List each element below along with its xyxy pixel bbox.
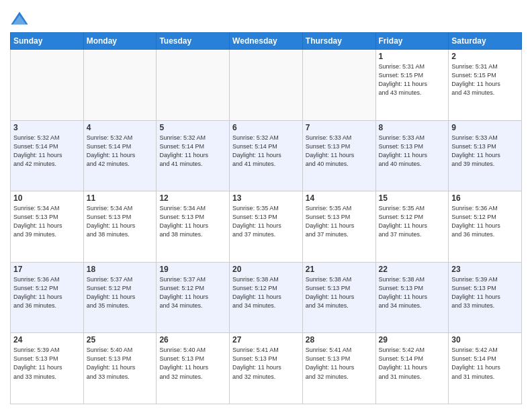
day-cell: 26Sunrise: 5:40 AM Sunset: 5:13 PM Dayli… [157, 333, 230, 404]
day-cell: 12Sunrise: 5:34 AM Sunset: 5:13 PM Dayli… [157, 191, 230, 263]
day-cell: 5Sunrise: 5:32 AM Sunset: 5:14 PM Daylig… [157, 120, 230, 191]
weekday-header-row: SundayMondayTuesdayWednesdayThursdayFrid… [11, 33, 522, 50]
day-info: Sunrise: 5:32 AM Sunset: 5:14 PM Dayligh… [159, 134, 226, 169]
day-cell: 18Sunrise: 5:37 AM Sunset: 5:12 PM Dayli… [83, 262, 157, 333]
day-cell: 4Sunrise: 5:32 AM Sunset: 5:14 PM Daylig… [83, 120, 157, 191]
day-cell: 25Sunrise: 5:40 AM Sunset: 5:13 PM Dayli… [83, 333, 157, 404]
week-row-4: 24Sunrise: 5:39 AM Sunset: 5:13 PM Dayli… [11, 333, 522, 404]
day-number: 20 [232, 265, 300, 274]
day-info: Sunrise: 5:37 AM Sunset: 5:12 PM Dayligh… [87, 275, 154, 310]
weekday-tuesday: Tuesday [157, 33, 230, 50]
day-cell: 6Sunrise: 5:32 AM Sunset: 5:14 PM Daylig… [230, 120, 303, 191]
day-number: 11 [87, 193, 154, 203]
day-cell [83, 50, 157, 121]
day-cell: 27Sunrise: 5:41 AM Sunset: 5:13 PM Dayli… [230, 333, 303, 404]
day-info: Sunrise: 5:41 AM Sunset: 5:13 PM Dayligh… [232, 346, 300, 381]
day-cell: 16Sunrise: 5:36 AM Sunset: 5:12 PM Dayli… [449, 191, 522, 263]
weekday-sunday: Sunday [11, 33, 84, 50]
day-number: 24 [13, 335, 81, 345]
day-cell: 13Sunrise: 5:35 AM Sunset: 5:13 PM Dayli… [230, 191, 303, 263]
week-row-3: 17Sunrise: 5:36 AM Sunset: 5:12 PM Dayli… [11, 262, 522, 333]
day-info: Sunrise: 5:36 AM Sunset: 5:12 PM Dayligh… [13, 275, 81, 310]
day-number: 10 [13, 193, 81, 203]
weekday-thursday: Thursday [302, 33, 375, 50]
day-info: Sunrise: 5:36 AM Sunset: 5:12 PM Dayligh… [451, 204, 519, 239]
day-number: 2 [451, 52, 519, 61]
day-info: Sunrise: 5:38 AM Sunset: 5:12 PM Dayligh… [232, 275, 300, 310]
day-info: Sunrise: 5:35 AM Sunset: 5:12 PM Dayligh… [379, 204, 446, 239]
day-cell: 14Sunrise: 5:35 AM Sunset: 5:13 PM Dayli… [302, 191, 375, 263]
day-info: Sunrise: 5:31 AM Sunset: 5:15 PM Dayligh… [379, 62, 446, 97]
page: SundayMondayTuesdayWednesdayThursdayFrid… [0, 0, 532, 411]
day-number: 30 [451, 335, 519, 345]
day-number: 17 [13, 265, 81, 274]
day-info: Sunrise: 5:31 AM Sunset: 5:15 PM Dayligh… [451, 62, 519, 97]
day-info: Sunrise: 5:32 AM Sunset: 5:14 PM Dayligh… [87, 134, 154, 169]
day-cell: 11Sunrise: 5:34 AM Sunset: 5:13 PM Dayli… [83, 191, 157, 263]
day-number: 25 [87, 335, 154, 345]
day-cell: 29Sunrise: 5:42 AM Sunset: 5:14 PM Dayli… [375, 333, 449, 404]
day-number: 4 [87, 123, 154, 132]
day-info: Sunrise: 5:42 AM Sunset: 5:14 PM Dayligh… [451, 346, 519, 381]
day-number: 23 [451, 265, 519, 274]
day-info: Sunrise: 5:34 AM Sunset: 5:13 PM Dayligh… [13, 204, 81, 239]
week-row-0: 1Sunrise: 5:31 AM Sunset: 5:15 PM Daylig… [11, 50, 522, 121]
day-number: 28 [306, 335, 373, 345]
day-cell [157, 50, 230, 121]
weekday-monday: Monday [83, 33, 157, 50]
day-number: 12 [159, 193, 226, 203]
day-cell [11, 50, 84, 121]
day-cell: 24Sunrise: 5:39 AM Sunset: 5:13 PM Dayli… [11, 333, 84, 404]
day-number: 8 [379, 123, 446, 132]
logo-area [10, 9, 32, 28]
day-info: Sunrise: 5:39 AM Sunset: 5:13 PM Dayligh… [13, 346, 81, 381]
weekday-wednesday: Wednesday [230, 33, 303, 50]
day-number: 15 [379, 193, 446, 203]
week-row-2: 10Sunrise: 5:34 AM Sunset: 5:13 PM Dayli… [11, 191, 522, 263]
day-number: 18 [87, 265, 154, 274]
day-info: Sunrise: 5:40 AM Sunset: 5:13 PM Dayligh… [159, 346, 226, 381]
day-cell [230, 50, 303, 121]
day-cell: 15Sunrise: 5:35 AM Sunset: 5:12 PM Dayli… [375, 191, 449, 263]
day-cell: 23Sunrise: 5:39 AM Sunset: 5:13 PM Dayli… [449, 262, 522, 333]
day-info: Sunrise: 5:33 AM Sunset: 5:13 PM Dayligh… [306, 134, 373, 169]
day-number: 6 [232, 123, 300, 132]
day-number: 5 [159, 123, 226, 132]
day-cell: 1Sunrise: 5:31 AM Sunset: 5:15 PM Daylig… [375, 50, 449, 121]
day-number: 21 [306, 265, 373, 274]
day-number: 9 [451, 123, 519, 132]
day-info: Sunrise: 5:37 AM Sunset: 5:12 PM Dayligh… [159, 275, 226, 310]
day-info: Sunrise: 5:35 AM Sunset: 5:13 PM Dayligh… [306, 204, 373, 239]
day-cell: 20Sunrise: 5:38 AM Sunset: 5:12 PM Dayli… [230, 262, 303, 333]
day-cell: 3Sunrise: 5:32 AM Sunset: 5:14 PM Daylig… [11, 120, 84, 191]
calendar-table: SundayMondayTuesdayWednesdayThursdayFrid… [10, 32, 522, 404]
day-cell: 28Sunrise: 5:41 AM Sunset: 5:13 PM Dayli… [302, 333, 375, 404]
weekday-saturday: Saturday [449, 33, 522, 50]
weekday-friday: Friday [375, 33, 449, 50]
day-cell: 7Sunrise: 5:33 AM Sunset: 5:13 PM Daylig… [302, 120, 375, 191]
day-info: Sunrise: 5:39 AM Sunset: 5:13 PM Dayligh… [451, 275, 519, 310]
day-cell: 21Sunrise: 5:38 AM Sunset: 5:13 PM Dayli… [302, 262, 375, 333]
day-info: Sunrise: 5:32 AM Sunset: 5:14 PM Dayligh… [232, 134, 300, 169]
day-number: 22 [379, 265, 446, 274]
day-info: Sunrise: 5:41 AM Sunset: 5:13 PM Dayligh… [306, 346, 373, 381]
day-cell: 30Sunrise: 5:42 AM Sunset: 5:14 PM Dayli… [449, 333, 522, 404]
day-cell: 19Sunrise: 5:37 AM Sunset: 5:12 PM Dayli… [157, 262, 230, 333]
day-cell: 9Sunrise: 5:33 AM Sunset: 5:13 PM Daylig… [449, 120, 522, 191]
day-info: Sunrise: 5:40 AM Sunset: 5:13 PM Dayligh… [87, 346, 154, 381]
day-cell: 22Sunrise: 5:38 AM Sunset: 5:13 PM Dayli… [375, 262, 449, 333]
logo-icon [10, 9, 29, 28]
week-row-1: 3Sunrise: 5:32 AM Sunset: 5:14 PM Daylig… [11, 120, 522, 191]
day-info: Sunrise: 5:32 AM Sunset: 5:14 PM Dayligh… [13, 134, 81, 169]
header [10, 7, 522, 28]
day-number: 7 [306, 123, 373, 132]
day-cell: 17Sunrise: 5:36 AM Sunset: 5:12 PM Dayli… [11, 262, 84, 333]
day-number: 19 [159, 265, 226, 274]
day-info: Sunrise: 5:35 AM Sunset: 5:13 PM Dayligh… [232, 204, 300, 239]
day-info: Sunrise: 5:34 AM Sunset: 5:13 PM Dayligh… [159, 204, 226, 239]
day-cell: 2Sunrise: 5:31 AM Sunset: 5:15 PM Daylig… [449, 50, 522, 121]
day-number: 14 [306, 193, 373, 203]
day-info: Sunrise: 5:38 AM Sunset: 5:13 PM Dayligh… [379, 275, 446, 310]
day-info: Sunrise: 5:38 AM Sunset: 5:13 PM Dayligh… [306, 275, 373, 310]
day-number: 16 [451, 193, 519, 203]
